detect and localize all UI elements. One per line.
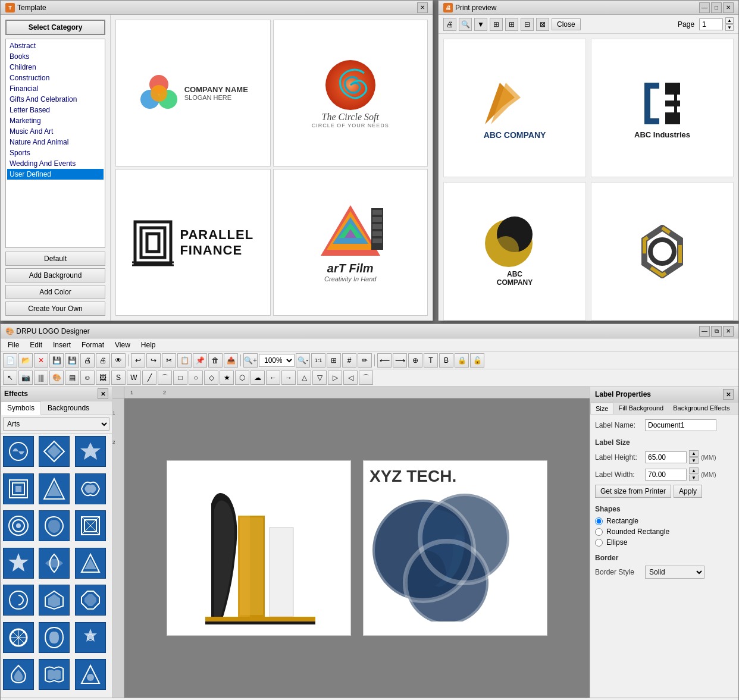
template-close-btn[interactable]: ✕ <box>417 2 428 13</box>
category-music[interactable]: Music And Art <box>7 126 104 137</box>
tb-select[interactable]: ↖ <box>3 371 17 385</box>
main-minimize-btn[interactable]: — <box>699 326 710 337</box>
effect-item-1[interactable] <box>3 436 34 467</box>
tb-fit-page[interactable]: ⊞ <box>327 353 341 368</box>
canvas-label-2[interactable]: XYZ TECH. <box>363 460 547 636</box>
category-wedding[interactable]: Wedding And Events <box>7 158 104 169</box>
width-down-btn[interactable]: ▼ <box>689 475 699 481</box>
effects-category-select[interactable]: Arts Animals Flowers Symbols <box>3 418 109 431</box>
create-your-own-btn[interactable]: Create Your Own <box>5 302 105 316</box>
tb-image[interactable]: 🖼 <box>96 371 110 385</box>
effect-item-20[interactable] <box>39 659 70 690</box>
effect-item-4[interactable] <box>3 473 34 504</box>
default-btn[interactable]: Default <box>5 252 105 266</box>
effect-item-19[interactable] <box>3 659 34 690</box>
height-up-btn[interactable]: ▲ <box>689 450 699 457</box>
tb-diamond[interactable]: ◇ <box>204 371 218 385</box>
tb-color-palette[interactable]: 🎨 <box>49 371 64 385</box>
apply-btn[interactable]: Apply <box>674 485 702 498</box>
tb-top[interactable]: T <box>424 353 438 368</box>
effect-item-11[interactable] <box>39 548 70 579</box>
effect-item-3[interactable] <box>75 436 106 467</box>
props-close-btn[interactable]: ✕ <box>723 389 734 400</box>
shape-rectangle-radio[interactable] <box>595 517 603 525</box>
tb-barcode[interactable]: ||| <box>34 371 48 385</box>
logo-card-4[interactable]: arT Film Creativity In Hand <box>273 169 428 316</box>
select-category-btn[interactable]: Select Category <box>5 20 105 35</box>
add-color-btn[interactable]: Add Color <box>5 285 105 299</box>
print-toolbar-icon1[interactable]: 🖨 <box>443 18 456 31</box>
print-toolbar-icon3[interactable]: ▼ <box>474 18 487 31</box>
tab-symbols[interactable]: Symbols <box>1 401 41 415</box>
effect-item-2[interactable] <box>39 436 70 467</box>
tb-open[interactable]: 📂 <box>18 353 33 368</box>
effect-item-10[interactable] <box>3 548 34 579</box>
tb-unlock[interactable]: 🔓 <box>470 353 484 368</box>
tb-center[interactable]: ⊕ <box>408 353 422 368</box>
logo-card-1[interactable]: COMPANY NAME SLOGAN HERE <box>115 20 271 167</box>
tb-bottom[interactable]: B <box>439 353 453 368</box>
label-width-input[interactable] <box>645 469 687 481</box>
effect-item-5[interactable] <box>39 473 70 504</box>
effect-item-8[interactable] <box>39 510 70 541</box>
tb-arrow-left[interactable]: ← <box>266 371 280 385</box>
category-children[interactable]: Children <box>7 62 104 73</box>
print-toolbar-icon5[interactable]: ⊞ <box>505 18 518 31</box>
category-books[interactable]: Books <box>7 51 104 62</box>
tb-1to1[interactable]: 1:1 <box>311 353 325 368</box>
tb-align-right[interactable]: ⟶ <box>393 353 407 368</box>
effects-close-btn[interactable]: ✕ <box>98 388 108 399</box>
tab-background-effects[interactable]: Background Effects <box>668 403 734 414</box>
print-toolbar-icon4[interactable]: ⊞ <box>490 18 503 31</box>
tb-wordart[interactable]: W <box>127 371 141 385</box>
category-nature[interactable]: Nature And Animal <box>7 137 104 147</box>
label-name-input[interactable] <box>645 419 716 431</box>
tb-preview[interactable]: 👁 <box>111 353 126 368</box>
tb-bezier[interactable]: ⌒ <box>158 371 172 385</box>
category-user-defined[interactable]: User Defined <box>7 169 104 180</box>
tb-export[interactable]: 📤 <box>224 353 238 368</box>
page-up-btn[interactable]: ▲ <box>725 17 734 24</box>
tb-new[interactable]: 📄 <box>3 353 17 368</box>
effect-item-13[interactable] <box>3 585 34 616</box>
print-close-button[interactable]: Close <box>552 18 581 30</box>
print-close-btn[interactable]: ✕ <box>723 2 734 13</box>
main-restore-btn[interactable]: ⧉ <box>711 326 722 337</box>
get-size-from-printer-btn[interactable]: Get size from Printer <box>595 485 671 498</box>
zoom-select[interactable]: 100% 50% 200% <box>259 354 295 367</box>
print-logo-abc-industries[interactable]: ABC Industries <box>591 39 734 177</box>
tb-gradient[interactable]: ▤ <box>65 371 79 385</box>
tab-backgrounds[interactable]: Backgrounds <box>41 401 96 415</box>
category-marketing[interactable]: Marketing <box>7 115 104 126</box>
category-abstract[interactable]: Abstract <box>7 40 104 51</box>
tb-save2[interactable]: 💾 <box>65 353 79 368</box>
tb-lock[interactable]: 🔒 <box>455 353 469 368</box>
effect-item-18[interactable] <box>75 622 106 653</box>
tb-zoom-in[interactable]: 🔍+ <box>243 353 258 368</box>
tb-zoom-out[interactable]: 🔍- <box>296 353 310 368</box>
tb-align-left[interactable]: ⟵ <box>377 353 392 368</box>
effect-item-15[interactable] <box>75 585 106 616</box>
effect-item-21[interactable] <box>75 659 106 690</box>
tb-edit[interactable]: ✏ <box>358 353 372 368</box>
tb-face[interactable]: ☺ <box>80 371 95 385</box>
menu-help[interactable]: Help <box>136 340 161 350</box>
tb-undo[interactable]: ↩ <box>131 353 145 368</box>
category-construction[interactable]: Construction <box>7 73 104 83</box>
tb-copy[interactable]: 📋 <box>177 353 192 368</box>
tb-camera[interactable]: 📷 <box>18 371 33 385</box>
border-style-select[interactable]: Solid Dashed Dotted None <box>645 566 704 579</box>
print-maximize-btn[interactable]: □ <box>711 2 722 13</box>
menu-format[interactable]: Format <box>77 340 109 350</box>
category-gifts[interactable]: Gifts And Celebration <box>7 94 104 105</box>
page-down-btn[interactable]: ▼ <box>725 24 734 31</box>
print-toolbar-icon6[interactable]: ⊟ <box>521 18 534 31</box>
tb-cloud[interactable]: ☁ <box>250 371 265 385</box>
tb-save[interactable]: 💾 <box>49 353 64 368</box>
print-logo-geometric[interactable] <box>591 182 734 321</box>
menu-edit[interactable]: Edit <box>25 340 47 350</box>
effect-item-17[interactable] <box>39 622 70 653</box>
tb-arrow-down[interactable]: ▽ <box>312 371 327 385</box>
print-toolbar-icon2[interactable]: 🔍 <box>459 18 472 31</box>
tb-paste[interactable]: 📌 <box>193 353 207 368</box>
